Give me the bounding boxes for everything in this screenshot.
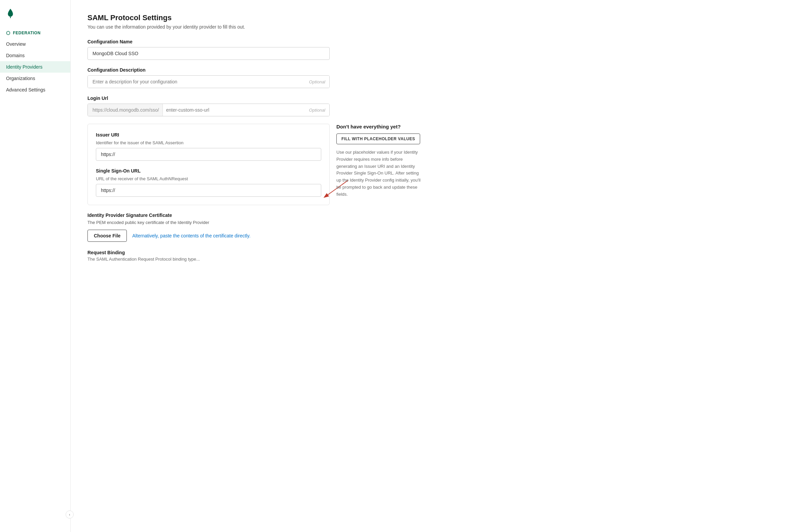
issuer-uri-description: Identifier for the issuer of the SAML As… [96, 140, 321, 145]
sidebar: ⬡ FEDERATION Overview Domains Identity P… [0, 0, 71, 532]
issuer-uri-field: Issuer URI Identifier for the issuer of … [96, 132, 321, 161]
page-title: SAML Protocol Settings [87, 14, 330, 22]
config-description-field: Configuration Description Optional [87, 67, 330, 88]
paste-certificate-link[interactable]: Alternatively, paste the contents of the… [132, 233, 250, 238]
config-name-field: Configuration Name [87, 39, 330, 60]
sidebar-item-identity-providers[interactable]: Identity Providers [0, 61, 70, 73]
config-description-input[interactable] [88, 76, 329, 88]
placeholder-desc: Use our placeholder values if your Ident… [336, 149, 424, 198]
login-url-input[interactable] [163, 104, 329, 116]
cert-actions: Choose File Alternatively, paste the con… [87, 230, 330, 242]
login-url-prefix: https://cloud.mongodb.com/sso/ [88, 104, 163, 116]
sidebar-item-overview[interactable]: Overview [0, 38, 70, 50]
fill-placeholder-button[interactable]: FILL WITH PLACEHOLDER VALUES [336, 133, 420, 144]
config-description-wrapper: Optional [87, 75, 330, 88]
form-section: SAML Protocol Settings You can use the i… [87, 14, 330, 262]
mongodb-logo-icon [7, 9, 14, 18]
placeholder-panel: Don't have everything yet? FILL WITH PLA… [336, 124, 424, 198]
request-binding-label: Request Binding [87, 250, 330, 255]
login-url-wrapper: https://cloud.mongodb.com/sso/ Optional [87, 103, 330, 116]
choose-file-button[interactable]: Choose File [87, 230, 127, 242]
cert-section: Identity Provider Signature Certificate … [87, 213, 330, 242]
request-binding-description: The SAML Authentication Request Protocol… [87, 256, 330, 262]
placeholder-panel-title: Don't have everything yet? [336, 124, 424, 130]
sidebar-item-domains[interactable]: Domains [0, 50, 70, 61]
login-url-field: Login Url https://cloud.mongodb.com/sso/… [87, 96, 330, 116]
sidebar-collapse-button[interactable]: ‹ [66, 511, 74, 518]
page-subtitle: You can use the information provided by … [87, 24, 330, 30]
issuer-uri-input[interactable] [96, 148, 321, 161]
sso-url-description: URL of the receiver of the SAML AuthNReq… [96, 176, 321, 181]
sidebar-item-advanced-settings[interactable]: Advanced Settings [0, 84, 70, 96]
cert-label: Identity Provider Signature Certificate [87, 213, 330, 218]
sso-url-field: Single Sign-On URL URL of the receiver o… [96, 168, 321, 197]
issuer-uri-label: Issuer URI [96, 132, 321, 137]
idp-fields-container: Issuer URI Identifier for the issuer of … [87, 124, 330, 205]
app-logo [0, 5, 70, 28]
request-binding-section: Request Binding The SAML Authentication … [87, 250, 330, 262]
federation-icon: ⬡ [6, 30, 11, 36]
federation-section-label: ⬡ FEDERATION [0, 28, 70, 38]
cert-description: The PEM encoded public key certificate o… [87, 220, 330, 225]
config-name-label: Configuration Name [87, 39, 330, 44]
main-content: SAML Protocol Settings You can use the i… [71, 0, 810, 532]
config-description-label: Configuration Description [87, 67, 330, 73]
inner-section: Issuer URI Identifier for the issuer of … [87, 124, 330, 205]
sidebar-item-organizations[interactable]: Organizations [0, 73, 70, 84]
sso-url-label: Single Sign-On URL [96, 168, 321, 173]
config-name-input[interactable] [87, 47, 330, 60]
login-url-label: Login Url [87, 96, 330, 101]
sso-url-input[interactable] [96, 184, 321, 197]
